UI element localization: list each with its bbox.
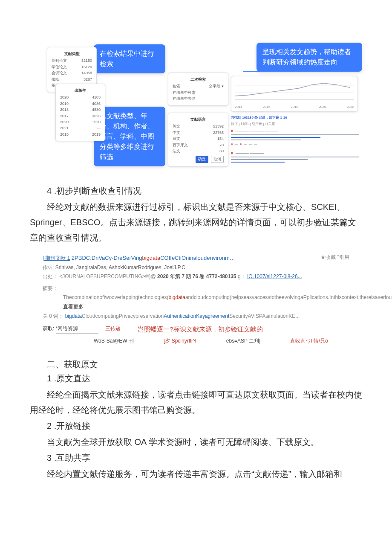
s1-paragraph: 经纶全面揭示文献来源链接，读者点击链接即可直达原文获取页面。当读者在校内使用经纶…: [30, 387, 362, 418]
src-spc[interactable]: [夕 Spcinyrffi^I: [164, 337, 196, 346]
sec4-paragraph: 经纶对文献的数据来源进行过标引，标识出文献是否来源于中文核心、SCKEI、Spr…: [30, 199, 362, 245]
src-ebs[interactable]: ebs=ASP 二刋|: [226, 337, 261, 346]
doc-type-tag: | 期刊文献 1: [43, 255, 70, 261]
abstract-label: 摘要：: [43, 285, 58, 291]
src-wos[interactable]: WoS-Sal@EW 刊: [94, 337, 134, 346]
trend-chart: 2014 2016 2018 2020 2022: [231, 76, 358, 112]
results-preview: 共找到 103185 条 记录，以下是 1-10 排序 | 时间↓ | 引用量 …: [231, 115, 359, 164]
article-title[interactable]: 2PBDC:DriVaCy-DreSerVingbigdataCOIIeCtiO…: [72, 255, 235, 261]
keywords-label: 关 0 词：: [43, 313, 63, 319]
doi-link[interactable]: IO.1007/si1227-0i8-26...: [247, 273, 302, 279]
favorite-cite[interactable]: ★收藏 "引用: [320, 253, 349, 262]
authors-label: 作⅓:: [43, 264, 54, 270]
source-annotation: 岂照蟠逐一?标识文献来源，初步验证文献的: [138, 323, 262, 335]
callout-refine: 在检索结果中进行检索: [94, 44, 165, 73]
refine-panel: 二次检索 检索全字段 ▾ 在结果中检索 在结果中去除: [168, 73, 228, 106]
network-resource-link[interactable]: *网络资源: [56, 324, 98, 334]
s3-paragraph: 经纶内置文献传递服务，可为读者传递丰富资源。点击“文献传递”，输入邮箱和: [30, 466, 362, 482]
src-note: 直收直弓I 情/兄o: [290, 337, 328, 346]
delivery-link[interactable]: 三传递: [105, 325, 121, 331]
language-panel: 文献语言 英文51392 中文22765 日文154 西班牙文70 法文30 确…: [168, 113, 228, 167]
sec4-heading: 4 .初步判断查收查引情况: [47, 185, 362, 197]
source-label: 出处：: [43, 273, 58, 279]
fetch-label: 获取:: [43, 325, 54, 331]
s3-heading: 3 .互助共享: [47, 452, 362, 464]
citation-example: | 期刊文献 1 2PBDC:DriVaCy-DreSerVingbigdata…: [43, 253, 349, 346]
section-2-title: 二、获取原文: [47, 359, 362, 370]
s1-heading: 1 .原文直达: [47, 373, 362, 384]
authors-value: Srinivas, JangiralaDas, AshokKumarRodrig…: [55, 264, 187, 270]
s2-paragraph: 当文献为全球开放获取 OA 学术资源时，读者可无障碍阅读、下载原文。: [30, 434, 362, 450]
feature-diagram: 在检索结果中进行检索 从文献类型、年份、机构、作者、语言、学科、中图分类等多维度…: [47, 43, 362, 175]
facet-panel-year: 出版年 20204103 20194086 20184880 20173626 …: [55, 84, 105, 141]
s2-heading: 2 .开放链接: [47, 420, 362, 432]
callout-trend: 呈现相关发文趋势，帮助读者判断研究领域的热度走向: [257, 43, 362, 72]
show-more[interactable]: 直看更多: [63, 304, 84, 310]
